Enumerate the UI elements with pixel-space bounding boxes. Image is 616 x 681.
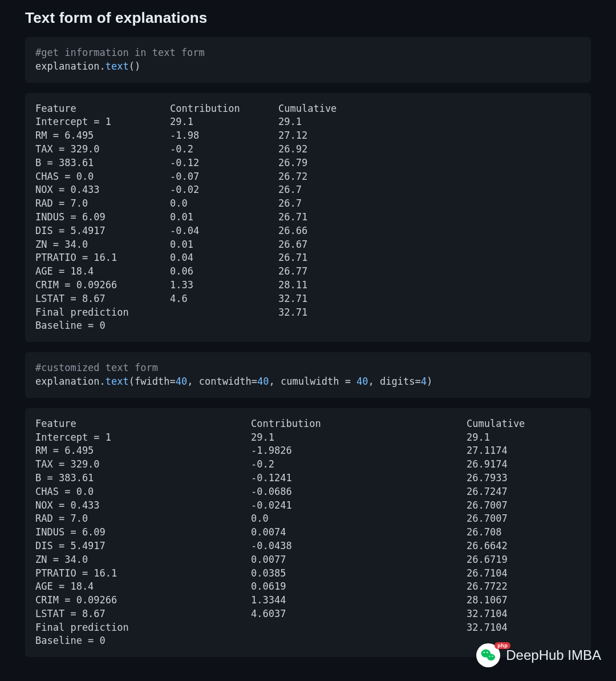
table-cell: -0.07 <box>170 170 278 184</box>
table-cell: NOX = 0.433 <box>35 499 251 513</box>
table-cell: 0.0 <box>170 197 278 211</box>
table-cell: CHAS = 0.0 <box>35 485 251 499</box>
table-cell: Final prediction <box>35 306 170 320</box>
table-row: Final prediction32.71 <box>35 306 581 320</box>
table-cell: 0.0619 <box>251 580 467 594</box>
table-cell: -0.0438 <box>251 539 467 553</box>
table-cell: INDUS = 6.09 <box>35 211 170 224</box>
table-cell: -0.02 <box>170 183 278 197</box>
table-cell: 26.67 <box>278 238 581 252</box>
table-row: AGE = 18.40.0626.77 <box>35 265 581 279</box>
table-cell: PTRATIO = 16.1 <box>35 251 170 265</box>
table-cell: DIS = 5.4917 <box>35 224 170 238</box>
code-literal: 4 <box>421 376 427 387</box>
output-block-2: FeatureContributionCumulativeIntercept =… <box>25 408 591 658</box>
table-cell: AGE = 18.4 <box>35 580 251 594</box>
table-cell: 26.7247 <box>467 485 581 499</box>
table-row: Baseline = 0 <box>35 319 581 333</box>
table-cell: B = 383.61 <box>35 156 170 170</box>
code-kwarg: fwidth <box>135 376 169 387</box>
table-row: RAD = 7.00.026.7 <box>35 197 581 211</box>
table-cell: -1.98 <box>170 129 278 143</box>
table-cell: 29.1 <box>278 115 581 129</box>
table-row: TAX = 329.0-0.226.9174 <box>35 458 581 472</box>
table-cell <box>170 319 278 333</box>
table-row: RM = 6.495-1.9827.12 <box>35 129 581 143</box>
table-cell: RM = 6.495 <box>35 444 251 458</box>
table-cell <box>170 306 278 320</box>
code-kwarg: digits <box>380 376 415 387</box>
table-header-cell: Feature <box>35 417 251 431</box>
table-cell: DIS = 5.4917 <box>35 539 251 553</box>
table-cell: RM = 6.495 <box>35 129 170 143</box>
table-cell: 26.92 <box>278 143 581 156</box>
table-header-row: FeatureContributionCumulative <box>35 417 581 431</box>
table-row: RM = 6.495-1.982627.1174 <box>35 444 581 458</box>
table-cell: Baseline = 0 <box>35 634 251 648</box>
table-cell: Final prediction <box>35 621 251 635</box>
code-obj: explanation <box>35 376 100 387</box>
table-cell: 0.04 <box>170 251 278 265</box>
table-row: CRIM = 0.092661.334428.1067 <box>35 594 581 607</box>
table-row: DIS = 5.4917-0.0426.66 <box>35 224 581 238</box>
table-cell: TAX = 329.0 <box>35 143 170 156</box>
table-cell: PTRATIO = 16.1 <box>35 567 251 581</box>
table-row: Baseline = 0 <box>35 634 581 648</box>
table-header-cell: Feature <box>35 102 170 116</box>
table-cell: 4.6 <box>170 292 278 306</box>
table-cell: B = 383.61 <box>35 472 251 485</box>
table-cell: CRIM = 0.09266 <box>35 594 251 607</box>
table-cell: -0.0686 <box>251 485 467 499</box>
table-cell: 27.1174 <box>467 444 581 458</box>
table-cell: RAD = 7.0 <box>35 197 170 211</box>
table-row: INDUS = 6.090.007426.708 <box>35 526 581 539</box>
table-cell: 26.6642 <box>467 539 581 553</box>
table-cell: 26.7 <box>278 183 581 197</box>
table-cell: -0.2 <box>170 143 278 156</box>
table-cell: 0.01 <box>170 211 278 224</box>
table-row: Intercept = 129.129.1 <box>35 115 581 129</box>
table-cell: RAD = 7.0 <box>35 512 251 526</box>
table-cell: 26.79 <box>278 156 581 170</box>
table-cell: -0.04 <box>170 224 278 238</box>
code-comment: #get information in text form <box>35 47 205 58</box>
table-row: PTRATIO = 16.10.038526.7104 <box>35 567 581 581</box>
table-cell: Baseline = 0 <box>35 319 170 333</box>
table-row: INDUS = 6.090.0126.71 <box>35 211 581 224</box>
table-cell: 26.77 <box>278 265 581 279</box>
code-kwarg: contwidth <box>199 376 252 387</box>
table-cell: LSTAT = 8.67 <box>35 292 170 306</box>
table-cell <box>251 634 467 648</box>
table-header-cell: Cumulative <box>467 417 581 431</box>
table-row: CHAS = 0.0-0.0726.72 <box>35 170 581 184</box>
table-cell: 26.7722 <box>467 580 581 594</box>
table-row: ZN = 34.00.007726.6719 <box>35 553 581 567</box>
section-title: Text form of explanations <box>25 9 591 27</box>
table-row: Intercept = 129.129.1 <box>35 431 581 445</box>
table-row: NOX = 0.433-0.0226.7 <box>35 183 581 197</box>
table-cell: ZN = 34.0 <box>35 238 170 252</box>
table-cell: 1.33 <box>170 279 278 292</box>
table-cell: -0.12 <box>170 156 278 170</box>
table-cell: AGE = 18.4 <box>35 265 170 279</box>
table-cell: 0.0074 <box>251 526 467 539</box>
table-cell: 32.71 <box>278 292 581 306</box>
table-row: LSTAT = 8.674.632.71 <box>35 292 581 306</box>
table-cell: 26.72 <box>278 170 581 184</box>
table-cell: 29.1 <box>170 115 278 129</box>
table-cell: 28.1067 <box>467 594 581 607</box>
table-cell: 27.12 <box>278 129 581 143</box>
table-header-cell: Cumulative <box>278 102 581 116</box>
code-method: text <box>106 376 129 387</box>
table-cell <box>467 634 581 648</box>
table-cell: 0.0 <box>251 512 467 526</box>
table-row: TAX = 329.0-0.226.92 <box>35 143 581 156</box>
table-cell: LSTAT = 8.67 <box>35 607 251 621</box>
table-cell: 26.7933 <box>467 472 581 485</box>
code-literal: 40 <box>356 376 368 387</box>
table-cell: 0.0077 <box>251 553 467 567</box>
code-block-1: #get information in text form explanatio… <box>25 37 591 83</box>
table-cell: 0.06 <box>170 265 278 279</box>
table-row: B = 383.61-0.1226.79 <box>35 156 581 170</box>
table-row: NOX = 0.433-0.024126.7007 <box>35 499 581 513</box>
